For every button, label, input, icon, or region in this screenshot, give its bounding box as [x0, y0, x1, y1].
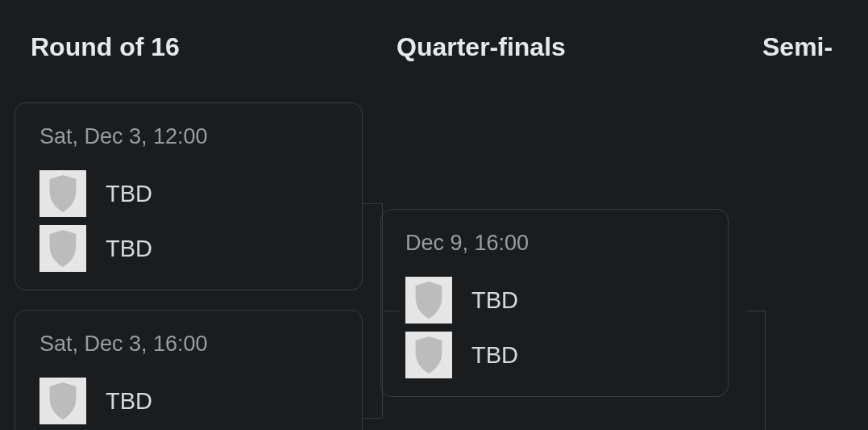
bracket-connector [765, 311, 766, 430]
team-row: TBD [39, 225, 338, 272]
match-date: Sat, Dec 3, 12:00 [39, 124, 338, 149]
column-round-of-16: Round of 16 Sat, Dec 3, 12:00 TBD TBD Sa… [0, 32, 363, 430]
match-date: Dec 9, 16:00 [405, 231, 704, 256]
team-row: TBD [39, 170, 338, 217]
bracket-connector [382, 311, 399, 311]
team-row: TBD [405, 277, 704, 324]
shield-icon [39, 170, 86, 217]
match-card-qf-1[interactable]: Dec 9, 16:00 TBD TBD [380, 209, 729, 397]
match-date: Sat, Dec 3, 16:00 [39, 332, 338, 357]
round-title-qf: Quarter-finals [397, 32, 729, 62]
round-title-r16: Round of 16 [31, 32, 363, 62]
shield-icon [39, 378, 86, 424]
bracket-container: Round of 16 Sat, Dec 3, 12:00 TBD TBD Sa… [0, 0, 868, 430]
team-name: TBD [106, 236, 152, 262]
shield-icon [405, 332, 452, 378]
match-card-r16-2[interactable]: Sat, Dec 3, 16:00 TBD [15, 310, 363, 430]
team-row: TBD [405, 332, 704, 378]
shield-icon [39, 225, 86, 272]
match-card-r16-1[interactable]: Sat, Dec 3, 12:00 TBD TBD [15, 102, 363, 290]
bracket-connector [363, 418, 382, 419]
team-name: TBD [471, 342, 518, 369]
round-title-sf: Semi- [762, 32, 868, 62]
team-row: TBD [39, 378, 338, 424]
team-name: TBD [471, 287, 518, 314]
shield-icon [405, 277, 452, 324]
team-name: TBD [106, 181, 152, 207]
bracket-connector [363, 203, 382, 204]
column-quarter-finals: Quarter-finals Dec 9, 16:00 TBD TBD [363, 32, 729, 430]
column-semi-finals: Semi- [729, 32, 868, 430]
bracket-connector [747, 311, 765, 311]
team-name: TBD [106, 388, 152, 415]
